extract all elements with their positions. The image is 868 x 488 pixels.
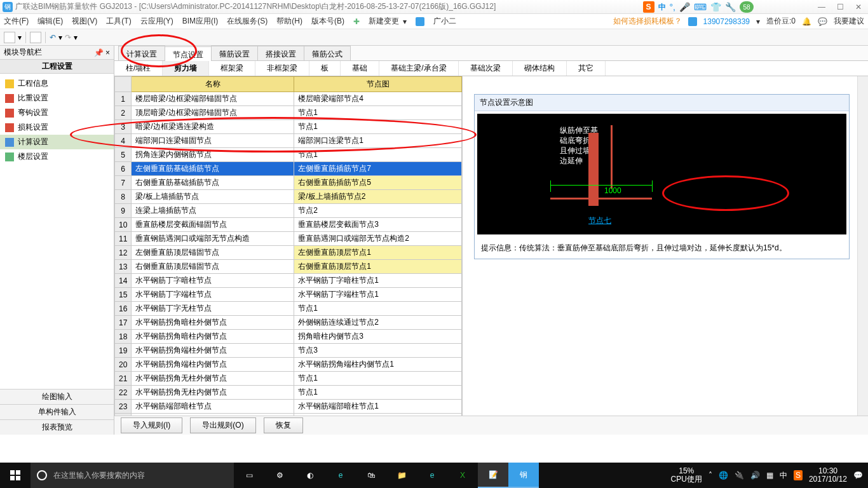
- table-row[interactable]: 23水平钢筋端部暗柱节点水平钢筋端部暗柱节点1: [115, 400, 462, 414]
- table-row[interactable]: 18水平钢筋拐角暗柱内侧节点拐角暗柱内侧节点3: [115, 330, 462, 344]
- menu-tools[interactable]: 工具(T): [106, 16, 131, 27]
- task-glodon-icon[interactable]: 钢: [508, 463, 539, 488]
- col-index[interactable]: [115, 77, 132, 92]
- sogou-icon[interactable]: S: [643, 1, 654, 13]
- menu-bim[interactable]: BIM应用(I): [182, 16, 219, 27]
- new-change-label[interactable]: 新建变更: [369, 16, 399, 27]
- table-row[interactable]: 4端部洞口连梁锚固节点端部洞口连梁节点1: [115, 134, 462, 148]
- nav-pin-icon[interactable]: 📌 ×: [94, 48, 110, 57]
- row-node[interactable]: 右侧垂直筋插筋节点5: [294, 176, 462, 190]
- nav-item-4[interactable]: 计算设置: [0, 135, 114, 149]
- menu-help[interactable]: 帮助(H): [276, 16, 302, 27]
- task-view-icon[interactable]: ▭: [234, 463, 264, 488]
- tray-clock[interactable]: 10:30 2017/10/12: [809, 467, 847, 484]
- nav-section-title[interactable]: 工程设置: [0, 60, 114, 74]
- table-row[interactable]: 1楼层暗梁/边框梁端部锚固节点楼层暗梁端部节点4: [115, 92, 462, 106]
- row-node[interactable]: 水平钢筋丁字端柱节点1: [294, 288, 462, 302]
- settings-tab-4[interactable]: 箍筋公式: [304, 46, 351, 60]
- category-tab-9[interactable]: 其它: [567, 61, 606, 76]
- row-node[interactable]: 节点1: [294, 148, 462, 162]
- close-button[interactable]: ✕: [855, 3, 862, 11]
- category-tab-4[interactable]: 板: [309, 61, 341, 76]
- row-node[interactable]: 端部洞口连梁节点1: [294, 134, 462, 148]
- tool-dropdown-icon[interactable]: ▾: [18, 33, 22, 42]
- table-row[interactable]: 14水平钢筋丁字暗柱节点水平钢筋丁字暗柱节点1: [115, 274, 462, 288]
- taskbar-search[interactable]: 在这里输入你要搜索的内容: [31, 463, 234, 488]
- import-button[interactable]: 导入规则(I): [121, 417, 182, 433]
- menu-online[interactable]: 在线服务(S): [227, 16, 268, 27]
- new-change-icon[interactable]: ✚: [353, 17, 360, 26]
- maximize-button[interactable]: ☐: [837, 3, 844, 11]
- tray-notif-icon[interactable]: 💬: [853, 471, 863, 480]
- category-tab-0[interactable]: 柱/墙柱: [114, 61, 163, 76]
- undo-dropdown-icon[interactable]: ▾: [58, 33, 62, 42]
- row-node[interactable]: 节点1: [294, 302, 462, 316]
- category-tab-8[interactable]: 砌体结构: [513, 61, 567, 76]
- nav-item-0[interactable]: 工程信息: [0, 76, 114, 91]
- table-row[interactable]: 22水平钢筋拐角无柱内侧节点节点1: [115, 386, 462, 400]
- task-excel-icon[interactable]: X: [447, 463, 478, 488]
- start-button[interactable]: [0, 463, 31, 488]
- category-tab-6[interactable]: 基础主梁/承台梁: [379, 61, 458, 76]
- row-node[interactable]: 节点1: [294, 120, 462, 134]
- nav-item-5[interactable]: 楼层设置: [0, 149, 114, 164]
- tray-sogou-icon[interactable]: S: [794, 470, 803, 480]
- ime-skin-icon[interactable]: 👕: [710, 2, 721, 12]
- table-row[interactable]: 6左侧垂直筋基础插筋节点左侧垂直筋插筋节点7: [115, 162, 462, 176]
- bell-icon[interactable]: 🔔: [802, 17, 811, 26]
- tray-up-icon[interactable]: ˄: [709, 471, 712, 480]
- table-row[interactable]: 16水平钢筋丁字无柱节点节点1: [115, 302, 462, 316]
- task-edge-icon[interactable]: e: [325, 463, 356, 488]
- redo-dropdown-icon[interactable]: ▾: [74, 33, 78, 42]
- row-node[interactable]: 左侧垂直筋顶层节点1: [294, 246, 462, 260]
- col-node[interactable]: 节点图: [294, 77, 462, 92]
- table-row[interactable]: 19水平钢筋拐角端柱外侧节点节点3: [115, 344, 462, 358]
- row-node[interactable]: 右侧垂直筋顶层节点1: [294, 260, 462, 274]
- scrollbar[interactable]: [857, 76, 868, 416]
- row-node[interactable]: 水平钢筋端部暗柱节点1: [294, 400, 462, 414]
- menu-edit[interactable]: 编辑(E): [37, 16, 63, 27]
- tray-power-icon[interactable]: 🔌: [735, 471, 744, 480]
- restore-button[interactable]: 恢复: [264, 417, 303, 433]
- tool-open-icon[interactable]: [4, 32, 15, 43]
- nav-btn-single[interactable]: 单构件输入: [0, 404, 114, 419]
- category-tab-1[interactable]: 剪力墙: [163, 61, 209, 76]
- table-row[interactable]: 9连梁上墙插筋节点节点2: [115, 204, 462, 218]
- settings-tab-0[interactable]: 计算设置: [118, 46, 165, 60]
- nav-item-1[interactable]: 比重设置: [0, 91, 114, 105]
- tray-net-icon[interactable]: 🌐: [719, 471, 728, 480]
- row-node[interactable]: 楼层暗梁端部节点4: [294, 92, 462, 106]
- category-tab-3[interactable]: 非框架梁: [255, 61, 309, 76]
- nav-btn-draw[interactable]: 绘图输入: [0, 389, 114, 404]
- row-node[interactable]: 节点3: [294, 344, 462, 358]
- tray-vol-icon[interactable]: 🔊: [750, 471, 760, 480]
- feedback-icon[interactable]: 💬: [818, 17, 827, 26]
- ime-punct-icon[interactable]: °,: [670, 2, 676, 12]
- ime-tool-icon[interactable]: 🔧: [725, 2, 736, 12]
- rules-table-wrap[interactable]: 名称 节点图 1楼层暗梁/边框梁端部锚固节点楼层暗梁端部节点42顶层暗梁/边框梁…: [114, 76, 463, 416]
- menu-cloud[interactable]: 云应用(Y): [140, 16, 173, 27]
- table-row[interactable]: 20水平钢筋拐角端柱内侧节点水平钢筋拐角端柱内侧节点1: [115, 358, 462, 372]
- task-store-icon[interactable]: 🛍: [356, 463, 386, 488]
- task-notepad-icon[interactable]: 📝: [478, 463, 508, 488]
- cpu-meter[interactable]: 15% CPU使用: [671, 467, 702, 484]
- tray-ime-lang[interactable]: 中: [780, 470, 787, 481]
- settings-tab-1[interactable]: 节点设置: [165, 46, 212, 61]
- tip-link[interactable]: 如何选择损耗模板？: [613, 16, 682, 27]
- export-button[interactable]: 导出规则(O): [190, 417, 255, 433]
- table-row[interactable]: 5拐角连梁内侧钢筋节点节点1: [115, 148, 462, 162]
- row-node[interactable]: 左侧垂直筋插筋节点7: [294, 162, 462, 176]
- tool-save-icon[interactable]: [30, 32, 41, 43]
- settings-tab-3[interactable]: 搭接设置: [257, 46, 304, 60]
- task-app-1[interactable]: ⚙: [264, 463, 295, 488]
- table-row[interactable]: 7右侧垂直筋基础插筋节点右侧垂直筋插筋节点5: [115, 176, 462, 190]
- task-explorer-icon[interactable]: 📁: [386, 463, 417, 488]
- user-avatar-icon[interactable]: [416, 17, 424, 26]
- row-node[interactable]: 节点2: [294, 204, 462, 218]
- category-tab-2[interactable]: 框架梁: [209, 61, 255, 76]
- canvas-node-link[interactable]: 节点七: [588, 215, 611, 226]
- table-row[interactable]: 21水平钢筋拐角无柱外侧节点节点1: [115, 372, 462, 386]
- table-row[interactable]: 2顶层暗梁/边框梁端部锚固节点节点1: [115, 106, 462, 120]
- phone-dropdown-icon[interactable]: ▾: [756, 17, 760, 26]
- tray-app-icon[interactable]: ▦: [766, 471, 773, 480]
